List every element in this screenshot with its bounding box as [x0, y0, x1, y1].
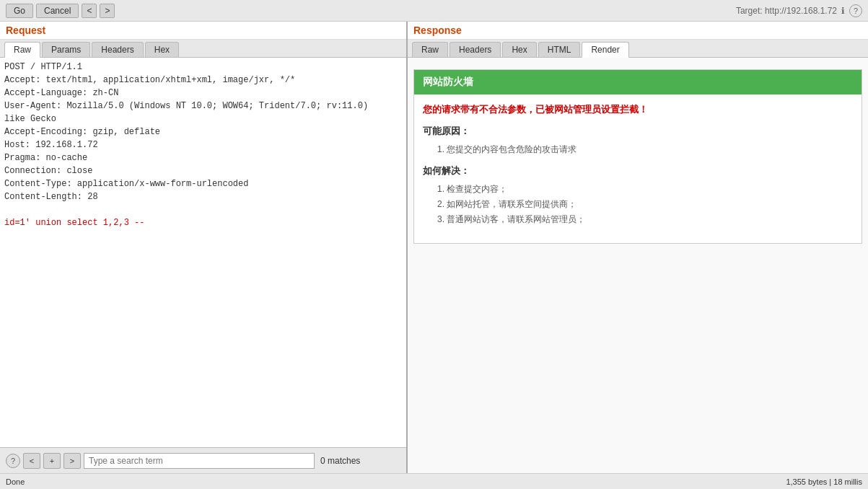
help-circle-icon[interactable]: ? — [849, 4, 862, 17]
request-text-block: POST / HTTP/1.1 Accept: text/html, appli… — [4, 61, 402, 229]
nav-prev-button[interactable]: < — [82, 4, 97, 18]
search-add-button[interactable]: + — [43, 453, 61, 469]
highlight-payload: id=1' union select 1,2,3 -- — [4, 218, 144, 228]
status-bar: Done 1,355 bytes | 18 millis — [0, 473, 868, 489]
solutions-list: 1. 检查提交内容； 2. 如网站托管，请联系空间提供商； 3. 普通网站访客，… — [426, 183, 853, 226]
tab-response-headers[interactable]: Headers — [450, 42, 501, 57]
go-button[interactable]: Go — [6, 4, 33, 18]
target-label: Target: http://192.168.1.72 — [736, 6, 837, 16]
tab-request-headers[interactable]: Headers — [92, 42, 143, 57]
possible-cause-item-1: 1. 您提交的内容包含危险的攻击请求 — [426, 144, 853, 156]
request-title: Request — [0, 22, 406, 40]
search-next-button[interactable]: > — [63, 453, 81, 469]
response-content[interactable]: 网站防火墙 您的请求带有不合法参数，已被网站管理员设置拦截！ 可能原因： 1. … — [408, 58, 868, 473]
request-panel: Request Raw Params Headers Hex POST / HT… — [0, 22, 408, 473]
firewall-body: 您的请求带有不合法参数，已被网站管理员设置拦截！ 可能原因： 1. 您提交的内容… — [414, 94, 862, 243]
firewall-header: 网站防火墙 — [414, 70, 862, 94]
search-input[interactable] — [84, 453, 315, 469]
status-right: 1,355 bytes | 18 millis — [786, 477, 862, 486]
solutions-title: 如何解决： — [423, 164, 853, 177]
status-left: Done — [6, 477, 25, 486]
firewall-box: 网站防火墙 您的请求带有不合法参数，已被网站管理员设置拦截！ 可能原因： 1. … — [413, 69, 862, 244]
tab-request-hex[interactable]: Hex — [145, 42, 179, 57]
main-panels: Request Raw Params Headers Hex POST / HT… — [0, 22, 868, 473]
possible-causes-title: 可能原因： — [423, 125, 853, 138]
tab-response-render[interactable]: Render — [582, 42, 628, 58]
solution-item-3: 3. 普通网站访客，请联系网站管理员； — [426, 213, 853, 226]
top-toolbar: Go Cancel < > Target: http://192.168.1.7… — [0, 0, 868, 22]
toolbar-right: Target: http://192.168.1.72 ℹ ? — [736, 4, 862, 17]
solution-item-2: 2. 如网站托管，请联系空间提供商； — [426, 198, 853, 211]
tab-request-params[interactable]: Params — [42, 42, 90, 57]
solution-item-1: 1. 检查提交内容； — [426, 183, 853, 195]
match-count: 0 matches — [320, 456, 360, 466]
tab-request-raw[interactable]: Raw — [4, 42, 40, 58]
search-prev-button[interactable]: < — [23, 453, 40, 469]
toolbar-left: Go Cancel < > — [6, 4, 115, 18]
response-title: Response — [408, 22, 868, 40]
request-tab-bar: Raw Params Headers Hex — [0, 40, 406, 58]
help-button[interactable]: ? — [6, 454, 20, 468]
tab-response-html[interactable]: HTML — [538, 42, 581, 57]
tab-response-raw[interactable]: Raw — [412, 42, 448, 57]
firewall-blocked-message: 您的请求带有不合法参数，已被网站管理员设置拦截！ — [423, 103, 853, 116]
info-icon[interactable]: ℹ — [841, 6, 845, 16]
request-wrapper: POST / HTTP/1.1 Accept: text/html, appli… — [0, 58, 406, 447]
response-panel: Response Raw Headers Hex HTML Render 网站防… — [408, 22, 868, 473]
cancel-button[interactable]: Cancel — [36, 4, 79, 18]
bottom-search-bar: ? < + > 0 matches — [0, 447, 406, 473]
tab-response-hex[interactable]: Hex — [502, 42, 536, 57]
request-content[interactable]: POST / HTTP/1.1 Accept: text/html, appli… — [0, 58, 406, 447]
nav-next-button[interactable]: > — [100, 4, 115, 18]
response-tab-bar: Raw Headers Hex HTML Render — [408, 40, 868, 58]
possible-causes-list: 1. 您提交的内容包含危险的攻击请求 — [426, 144, 853, 156]
